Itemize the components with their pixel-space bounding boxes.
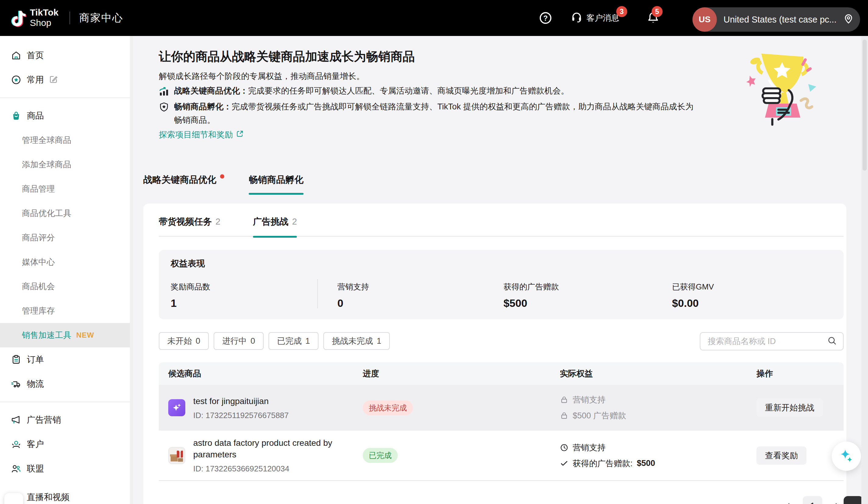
status-badge: 挑战未完成 [363,400,413,415]
sidebar-item-label: 物流 [27,378,44,390]
header-divider [70,12,70,24]
sidebar-scrollbar[interactable] [130,36,133,504]
stat-label: 已获得GMV [672,282,714,292]
subtab-count: 2 [216,217,220,227]
stat-rewarded-products: 奖励商品数 1 [171,282,210,309]
explore-details-link[interactable]: 探索项目细节和奖励 [159,129,244,140]
clipboard-icon [11,354,21,365]
sidebar-item-product-management[interactable]: 商品管理 [0,177,133,201]
sidebar-sub-label: 商品优化工具 [22,208,71,219]
progress-cell: 挑战未完成 [353,400,550,415]
column-header-benefits: 实际权益 [550,368,747,379]
notifications-count-badge: 5 [652,6,663,17]
top-header-bar: TikTok Shop 商家中心 ? 客户消息 3 [0,0,868,36]
tab-label: 畅销商品孵化 [249,175,303,185]
sidebar-item-home[interactable]: 首页 [0,43,133,67]
messages-count-badge: 3 [616,6,627,17]
sidebar-item-media-center[interactable]: 媒体中心 [0,250,133,274]
sidebar-item-label: 广告营销 [27,414,61,426]
table-row[interactable]: astro data factory product created by pa… [159,431,844,481]
people-icon [11,463,21,474]
sidebar-sub-label: 商品机会 [22,281,55,292]
lock-icon [560,396,568,404]
tab-bestseller-incubation[interactable]: 畅销商品孵化 [249,174,303,195]
sidebar-sub-label: 商品管理 [22,183,55,195]
bullet-strategic-optimization: 战略关键商品优化：完成要求的任务即可解锁达人匹配、专属活动邀请、商城页曝光度增加… [159,84,700,97]
check-icon [560,459,568,468]
stat-label: 营销支持 [338,282,369,292]
restart-challenge-button[interactable]: 重新开始挑战 [756,399,823,417]
bullet-title: 战略关键商品优化： [174,86,248,95]
sidebar-collapse-button[interactable] [4,493,23,504]
customer-messages-label: 客户消息 [586,12,619,23]
filter-label: 进行中 [222,336,247,346]
seller-center-page: TikTok Shop 商家中心 ? 客户消息 3 [0,0,868,504]
view-rewards-button[interactable]: 查看奖励 [756,447,806,465]
sidebar-item-add-global-products[interactable]: 添加全球商品 [0,153,133,177]
sidebar-item-favorites[interactable]: 常用 [0,67,133,92]
sidebar-item-products[interactable]: 商品 [0,104,133,128]
region-selector[interactable]: US United States (test case pc... [692,7,860,32]
bullet-bestseller-incubation: 畅销商品孵化：完成带货视频任务或广告挑战即可解锁全链路流量支持、TikTok 提… [159,100,700,127]
progress-cell: 已完成 [353,448,550,463]
shield-star-icon [159,102,169,116]
search-icon[interactable] [827,336,837,347]
stat-value: $500 [504,297,559,309]
corner-hidden-button[interactable] [844,496,863,504]
sidebar-item-label: 客户 [27,439,44,450]
sidebar-sub-label: 管理全球商品 [22,135,71,146]
person-icon [11,439,21,450]
location-pin-icon [843,13,854,25]
stat-divider [317,279,318,308]
page-scrollbar[interactable] [861,36,868,504]
sidebar-sub-label: 媒体中心 [22,256,55,267]
shopping-bag-icon [11,111,21,121]
filter-label: 已完成 [277,336,302,346]
home-icon [11,50,21,61]
sidebar-item-product-opportunities[interactable]: 商品机会 [0,274,133,298]
sidebar-item-customers[interactable]: 客户 [0,432,133,456]
sidebar-item-advertising[interactable]: 广告营销 [0,408,133,432]
filter-completed[interactable]: 已完成1 [269,332,319,350]
sidebar-item-orders[interactable]: 订单 [0,347,133,372]
filter-challenge-incomplete[interactable]: 挑战未完成1 [323,332,390,350]
status-badge: 已完成 [363,448,398,463]
edit-favorites-icon[interactable] [49,74,59,85]
benefit-line: 营销支持 [560,394,747,405]
filter-in-progress[interactable]: 进行中0 [214,332,264,350]
sidebar-item-label: 首页 [27,50,44,61]
sidebar-item-logistics[interactable]: 物流 [0,372,133,396]
page-scrollbar-thumb[interactable] [862,40,867,171]
benefit-line: 获得的广告赠款: $500 [560,458,747,469]
sidebar-item-affiliate[interactable]: 联盟 [0,456,133,481]
brand-wordmark[interactable]: TikTok Shop [30,7,59,28]
tiktok-note-icon[interactable] [10,8,27,29]
benefit-text: 获得的广告赠款: [573,458,633,469]
content-card: 带货视频任务2 广告挑战2 权益表现 奖励商品数 1 营销支持 0 获得的广告赠… [143,203,846,504]
sidebar-item-product-optimizer[interactable]: 商品优化工具 [0,201,133,225]
stat-label: 获得的广告赠款 [504,282,559,292]
filter-not-started[interactable]: 未开始0 [159,332,209,350]
subtab-video-tasks[interactable]: 带货视频任务2 [159,216,220,237]
filter-count: 0 [250,336,255,346]
sidebar-item-manage-inventory[interactable]: 管理库存 [0,298,133,323]
subtab-ad-challenge[interactable]: 广告挑战2 [253,216,297,237]
customer-messages-button[interactable]: 客户消息 [570,0,619,36]
page-number[interactable]: 1 [803,496,822,504]
bullet-desc: 完成带货视频任务或广告挑战即可解锁全链路流量支持、TikTok 提供的权益和更高… [174,102,694,125]
next-page-icon[interactable] [833,502,842,504]
sidebar-item-manage-global-products[interactable]: 管理全球商品 [0,128,133,153]
ai-assistant-button[interactable] [832,442,861,471]
prev-page-icon[interactable] [783,502,793,504]
filter-label: 未开始 [167,336,192,346]
tab-label: 战略关键商品优化 [143,175,216,185]
tab-strategic-optimization[interactable]: 战略关键商品优化 [143,174,224,195]
table-row[interactable]: test for jingpaituijian ID: 173225119257… [159,385,844,431]
sidebar-item-product-rating[interactable]: 商品评分 [0,225,133,250]
actions-cell: 重新开始挑战 [747,399,844,417]
region-flag-badge: US [692,7,717,32]
help-icon[interactable]: ? [539,11,552,25]
stat-ad-grant: 获得的广告赠款 $500 [504,282,559,309]
sidebar-item-sales-accelerator[interactable]: 销售加速工具 NEW [0,323,133,347]
search-input[interactable] [700,337,827,346]
